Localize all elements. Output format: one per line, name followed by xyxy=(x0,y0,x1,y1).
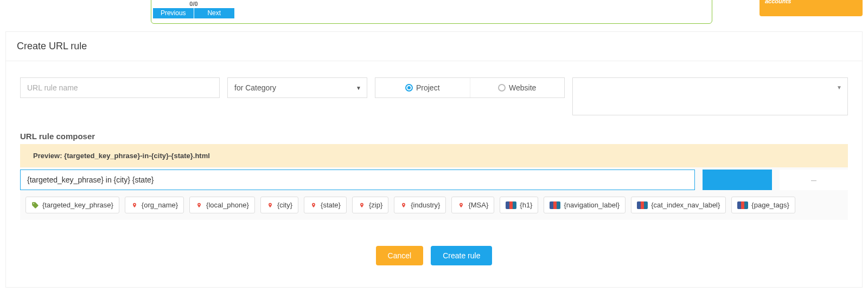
token-targeted-key-phrase[interactable]: {targeted_key_phrase} xyxy=(25,197,119,213)
pin-icon xyxy=(457,201,465,209)
cms-icon xyxy=(637,201,648,209)
token-label: {state} xyxy=(321,201,341,209)
tag-icon xyxy=(31,201,39,209)
token-industry[interactable]: {industry} xyxy=(394,197,446,213)
composer-remove-button[interactable]: – xyxy=(780,170,848,190)
token-h1[interactable]: {h1} xyxy=(500,197,538,213)
accounts-banner[interactable]: accounts xyxy=(760,0,863,16)
composer-title: URL rule composer xyxy=(20,132,848,141)
token-city[interactable]: {city} xyxy=(260,197,298,213)
cms-icon xyxy=(506,201,516,209)
create-rule-button[interactable]: Create rule xyxy=(431,246,492,265)
token-label: {h1} xyxy=(520,201,532,209)
chevron-down-icon: ▼ xyxy=(837,84,842,90)
token-label: {page_tags} xyxy=(751,201,789,209)
radio-project-label: Project xyxy=(416,83,440,92)
radio-icon xyxy=(498,84,506,92)
pin-icon xyxy=(310,201,317,209)
pin-icon xyxy=(266,201,274,209)
composer-input[interactable] xyxy=(20,170,695,190)
token-cat-index-nav-label[interactable]: {cat_index_nav_label} xyxy=(631,197,726,213)
scope-radio-group: Project Website xyxy=(375,77,565,98)
token-row: {targeted_key_phrase} {org_name} {local_… xyxy=(20,197,848,213)
radio-website-label: Website xyxy=(509,83,536,92)
target-dropdown[interactable]: ▼ xyxy=(572,77,848,115)
create-url-rule-panel: Create URL rule for Category ▼ Project W… xyxy=(5,31,863,288)
token-msa[interactable]: {MSA} xyxy=(451,197,494,213)
token-page-tags[interactable]: {page_tags} xyxy=(731,197,795,213)
rule-name-input[interactable] xyxy=(20,77,220,98)
cancel-button[interactable]: Cancel xyxy=(376,246,424,265)
preview-label: Preview: xyxy=(33,152,64,160)
next-button[interactable]: Next xyxy=(194,8,235,18)
form-row: for Category ▼ Project Website ▼ xyxy=(20,77,848,115)
preview-bar: Preview: {targeted_key_phrase}-in-{city}… xyxy=(20,144,848,167)
token-navigation-label[interactable]: {navigation_label} xyxy=(544,197,626,213)
cms-icon xyxy=(737,201,748,209)
token-label: {org_name} xyxy=(142,201,178,209)
radio-website[interactable]: Website xyxy=(470,78,565,97)
token-org-name[interactable]: {org_name} xyxy=(125,197,184,213)
token-state[interactable]: {state} xyxy=(304,197,347,213)
token-label: {navigation_label} xyxy=(564,201,620,209)
token-label: {MSA} xyxy=(468,201,488,209)
panel-title: Create URL rule xyxy=(6,32,862,61)
prev-button[interactable]: Previous xyxy=(153,8,194,18)
footer-actions: Cancel Create rule xyxy=(20,246,848,265)
pin-icon xyxy=(131,201,138,209)
pager-count: 0/0 xyxy=(153,0,234,8)
context-panel xyxy=(151,0,712,24)
token-zip[interactable]: {zip} xyxy=(352,197,388,213)
for-category-select[interactable]: for Category ▼ xyxy=(227,77,367,98)
token-label: {zip} xyxy=(369,201,382,209)
radio-project[interactable]: Project xyxy=(375,78,470,97)
pin-icon xyxy=(400,201,407,209)
url-rule-composer: Preview: {targeted_key_phrase}-in-{city}… xyxy=(20,144,848,220)
pin-icon xyxy=(195,201,203,209)
token-label: {industry} xyxy=(411,201,440,209)
composer-add-button[interactable] xyxy=(703,170,772,190)
token-local-phone[interactable]: {local_phone} xyxy=(189,197,255,213)
pager: 0/0 Previous Next xyxy=(153,0,234,18)
token-label: {targeted_key_phrase} xyxy=(42,201,113,209)
cms-icon xyxy=(550,201,560,209)
pin-icon xyxy=(358,201,366,209)
preview-value: {targeted_key_phrase}-in-{city}-{state}.… xyxy=(64,152,210,160)
token-label: {city} xyxy=(277,201,292,209)
radio-icon xyxy=(405,84,413,92)
token-label: {local_phone} xyxy=(206,201,249,209)
token-label: {cat_index_nav_label} xyxy=(651,201,720,209)
